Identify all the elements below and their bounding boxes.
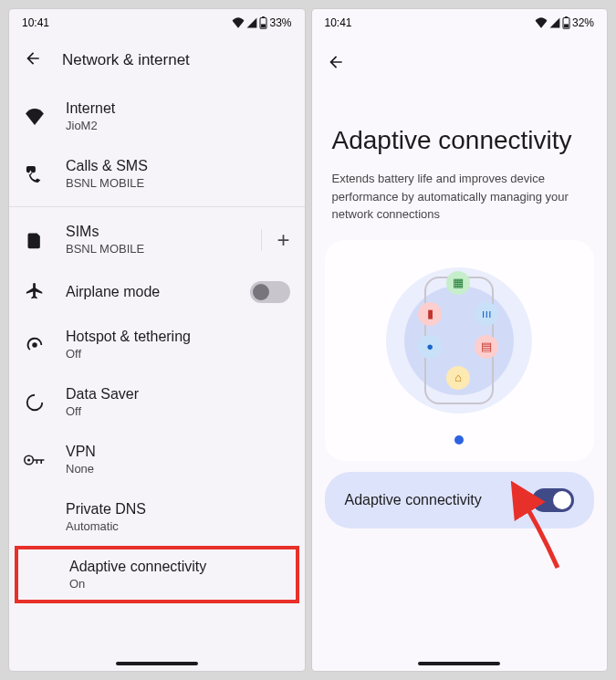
battery-icon bbox=[562, 16, 570, 29]
status-bar: 10:41 33% bbox=[9, 9, 305, 37]
row-sub: BSNL MOBILE bbox=[66, 176, 290, 190]
row-airplane[interactable]: Airplane mode bbox=[9, 268, 305, 316]
hotspot-icon bbox=[24, 335, 46, 355]
row-sub: BSNL MOBILE bbox=[66, 242, 241, 256]
battery-icon bbox=[259, 16, 267, 29]
node-icon: ▤ bbox=[475, 335, 498, 359]
annotation-highlight: Adaptive connectivity On bbox=[15, 546, 299, 603]
pager-dot bbox=[454, 435, 464, 445]
nav-pill[interactable] bbox=[418, 662, 500, 665]
settings-list: Internet JioM2 Calls & SMS BSNL MOBILE S… bbox=[9, 88, 305, 603]
row-sub: Off bbox=[66, 347, 290, 361]
node-icon: ▮ bbox=[418, 302, 442, 326]
signal-icon bbox=[246, 17, 257, 28]
illustration: ▦ ▮ ııı ● ▤ ⌂ bbox=[381, 258, 537, 423]
row-sub: On bbox=[69, 577, 287, 591]
wifi-icon bbox=[232, 17, 245, 28]
row-private-dns[interactable]: Private DNS Automatic bbox=[9, 488, 305, 546]
svg-rect-7 bbox=[565, 16, 568, 18]
vpn-key-icon bbox=[24, 454, 46, 466]
row-sims[interactable]: SIMs BSNL MOBILE + bbox=[9, 211, 305, 268]
row-sub: Off bbox=[66, 404, 290, 418]
phone-sms-icon bbox=[24, 165, 46, 183]
row-title: Airplane mode bbox=[66, 284, 230, 300]
toggle-label: Adaptive connectivity bbox=[345, 492, 482, 508]
divider bbox=[9, 206, 305, 207]
signal-icon bbox=[549, 17, 560, 28]
svg-rect-2 bbox=[262, 24, 266, 27]
nav-pill[interactable] bbox=[116, 662, 198, 665]
svg-point-3 bbox=[32, 342, 37, 348]
row-title: Internet bbox=[66, 100, 290, 117]
status-time: 10:41 bbox=[325, 16, 352, 29]
row-adaptive-connectivity[interactable]: Adaptive connectivity On bbox=[18, 549, 296, 600]
row-data-saver[interactable]: Data Saver Off bbox=[9, 373, 305, 431]
data-saver-icon bbox=[24, 392, 46, 413]
page-title: Network & internet bbox=[62, 51, 190, 69]
sim-icon bbox=[24, 231, 46, 249]
airplane-toggle[interactable] bbox=[250, 281, 290, 303]
row-sub: JioM2 bbox=[66, 119, 290, 132]
wifi-icon bbox=[535, 17, 548, 28]
app-bar: Network & internet bbox=[9, 37, 305, 88]
row-title: Calls & SMS bbox=[66, 158, 290, 174]
row-sub: None bbox=[66, 462, 290, 476]
svg-rect-1 bbox=[263, 16, 266, 18]
row-title: Adaptive connectivity bbox=[69, 559, 287, 575]
adaptive-toggle-row[interactable]: Adaptive connectivity bbox=[325, 472, 595, 528]
row-title: Private DNS bbox=[66, 501, 290, 518]
battery-pct: 33% bbox=[269, 16, 291, 29]
divider bbox=[261, 229, 262, 251]
add-sim-icon[interactable]: + bbox=[277, 227, 289, 253]
svg-rect-8 bbox=[564, 24, 569, 27]
page-description: Extends battery life and improves device… bbox=[312, 170, 608, 240]
row-vpn[interactable]: VPN None bbox=[9, 431, 305, 488]
node-icon: ⌂ bbox=[446, 366, 470, 390]
adaptive-toggle[interactable] bbox=[532, 488, 574, 512]
row-title: VPN bbox=[66, 444, 290, 460]
status-bar: 10:41 32% bbox=[312, 9, 608, 37]
back-icon[interactable] bbox=[327, 53, 345, 75]
illustration-card: ▦ ▮ ııı ● ▤ ⌂ bbox=[325, 240, 595, 461]
airplane-icon bbox=[24, 282, 46, 302]
battery-pct: 32% bbox=[572, 16, 594, 29]
row-title: Data Saver bbox=[66, 386, 290, 403]
node-icon: ııı bbox=[475, 302, 498, 326]
row-title: Hotspot & tethering bbox=[66, 329, 290, 345]
row-hotspot[interactable]: Hotspot & tethering Off bbox=[9, 316, 305, 373]
page-title: Adaptive connectivity bbox=[312, 91, 608, 170]
node-icon: ▦ bbox=[446, 271, 470, 295]
app-bar bbox=[312, 37, 608, 91]
svg-point-5 bbox=[27, 458, 30, 461]
screenshot-network-settings: 10:41 33% Network & internet Internet Ji… bbox=[9, 9, 305, 671]
row-sub: Automatic bbox=[66, 519, 290, 533]
wifi-icon bbox=[24, 109, 46, 125]
screenshot-adaptive-connectivity: 10:41 32% Adaptive connectivity Extends … bbox=[312, 9, 608, 671]
back-icon[interactable] bbox=[24, 49, 42, 71]
row-title: SIMs bbox=[66, 224, 241, 240]
status-time: 10:41 bbox=[22, 16, 49, 29]
row-calls-sms[interactable]: Calls & SMS BSNL MOBILE bbox=[9, 145, 305, 203]
row-internet[interactable]: Internet JioM2 bbox=[9, 88, 305, 145]
node-icon: ● bbox=[418, 335, 442, 359]
